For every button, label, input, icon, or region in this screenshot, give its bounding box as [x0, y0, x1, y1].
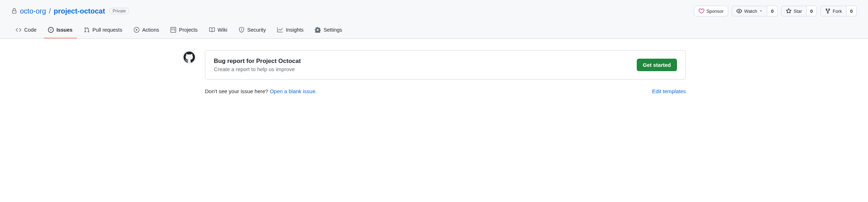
- octocat-icon: [184, 52, 195, 63]
- fork-button[interactable]: Fork: [820, 6, 847, 16]
- tab-insights[interactable]: Insights: [273, 23, 308, 38]
- chevron-down-icon: [759, 9, 763, 13]
- tab-wiki[interactable]: Wiki: [205, 23, 232, 38]
- watch-label: Watch: [744, 9, 757, 14]
- tab-security-label: Security: [247, 27, 266, 33]
- tab-code-label: Code: [24, 27, 37, 33]
- tab-issues[interactable]: Issues: [44, 23, 77, 38]
- edit-templates-link[interactable]: Edit templates: [652, 88, 686, 94]
- heart-icon: [699, 8, 704, 14]
- tab-settings[interactable]: Settings: [311, 23, 346, 38]
- fork-label: Fork: [833, 9, 842, 14]
- star-button[interactable]: Star: [781, 6, 807, 16]
- blank-issue-prompt: Don't see your issue here? Open a blank …: [205, 88, 317, 94]
- gear-icon: [315, 27, 321, 33]
- repo-title: octo-org / project-octocat Private: [11, 7, 129, 15]
- tab-projects[interactable]: Projects: [166, 23, 202, 38]
- visibility-badge: Private: [109, 8, 129, 14]
- shield-icon: [239, 27, 244, 33]
- project-icon: [170, 27, 176, 33]
- separator: /: [49, 7, 51, 15]
- watch-count[interactable]: 0: [767, 6, 777, 16]
- tab-wiki-label: Wiki: [218, 27, 227, 33]
- tab-pr-label: Pull requests: [92, 27, 122, 33]
- star-label: Star: [794, 9, 802, 14]
- issue-icon: [48, 27, 54, 33]
- code-icon: [16, 27, 21, 33]
- star-icon: [786, 8, 792, 14]
- eye-icon: [736, 8, 742, 14]
- lock-icon: [11, 8, 17, 14]
- graph-icon: [277, 27, 283, 33]
- owner-link[interactable]: octo-org: [20, 7, 46, 15]
- book-icon: [209, 27, 215, 33]
- issue-template-card: Bug report for Project Octocat Create a …: [205, 50, 686, 80]
- repo-link[interactable]: project-octocat: [54, 7, 105, 15]
- open-blank-issue-link[interactable]: Open a blank issue.: [270, 88, 317, 94]
- watch-group: Watch 0: [732, 6, 778, 16]
- tab-issues-label: Issues: [57, 27, 73, 33]
- get-started-button[interactable]: Get started: [637, 59, 677, 71]
- template-description: Create a report to help us improve: [214, 66, 301, 72]
- tab-code[interactable]: Code: [11, 23, 41, 38]
- tab-projects-label: Projects: [179, 27, 197, 33]
- play-icon: [134, 27, 139, 33]
- template-title: Bug report for Project Octocat: [214, 58, 301, 65]
- fork-icon: [825, 8, 831, 14]
- watch-button[interactable]: Watch: [732, 6, 767, 16]
- fork-group: Fork 0: [820, 6, 857, 16]
- tab-insights-label: Insights: [286, 27, 303, 33]
- pull-request-icon: [84, 27, 90, 33]
- sponsor-label: Sponsor: [706, 9, 724, 14]
- tab-settings-label: Settings: [323, 27, 342, 33]
- tab-actions[interactable]: Actions: [129, 23, 164, 38]
- sponsor-button[interactable]: Sponsor: [694, 6, 728, 16]
- repo-nav: Code Issues Pull requests Actions Projec…: [11, 23, 857, 38]
- tab-security[interactable]: Security: [234, 23, 270, 38]
- star-group: Star 0: [781, 6, 817, 16]
- tab-pull-requests[interactable]: Pull requests: [80, 23, 127, 38]
- tab-actions-label: Actions: [142, 27, 159, 33]
- avatar: [182, 50, 196, 64]
- fork-count[interactable]: 0: [847, 6, 857, 16]
- star-count[interactable]: 0: [807, 6, 817, 16]
